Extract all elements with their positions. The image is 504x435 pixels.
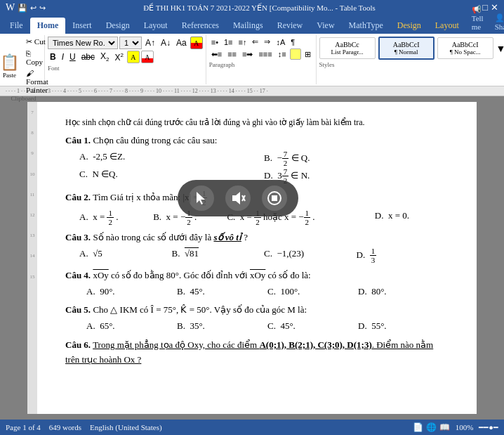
q3-options: A. √5 B. √81 C. −1,(23) D. 13: [79, 247, 449, 264]
q3-opt-b: B. √81: [172, 247, 265, 264]
q2-label: Câu 2.: [65, 192, 91, 202]
q4-opt-c: C. 100°.: [267, 285, 358, 299]
align-right-button[interactable]: ≡➡: [240, 49, 255, 60]
q6-text: Trong mặt phẳng tọa độ Oxy, cho các điểm…: [65, 339, 433, 365]
align-left-button[interactable]: ⬅≡: [209, 49, 224, 60]
word-count: 649 words: [49, 423, 81, 431]
font-name-select[interactable]: Times New Ro...: [48, 37, 118, 49]
question-6: Câu 6. Trong mặt phẳng tọa độ Oxy, cho c…: [65, 338, 449, 368]
document-page: 789101112131415 Học sinh chọn chữ cái đú…: [27, 102, 477, 414]
bold-button[interactable]: B: [48, 51, 58, 63]
tab-mathtype[interactable]: MathType: [342, 18, 390, 34]
save-icon[interactable]: 💾: [18, 4, 27, 13]
paste-button[interactable]: 📋 Paste: [0, 52, 22, 80]
tab-mailings[interactable]: Mailings: [226, 18, 270, 34]
share-btn[interactable]: 👤 Share: [489, 11, 504, 34]
q4-text: xOy có số đo bằng 80°. Góc đối đỉnh với …: [93, 270, 310, 280]
web-layout-btn[interactable]: 🌐: [426, 422, 437, 433]
q5-opt-a: A. 65°.: [86, 319, 177, 334]
change-case-button[interactable]: Aa: [174, 37, 189, 48]
tab-references[interactable]: References: [175, 18, 226, 34]
title-bar: W 💾 ↩ ↪ ĐỀ THI HK1 TOÁN 7 2021-2022 YẾN …: [0, 0, 504, 15]
paragraph-group: ≡• 1≡ ≡↑ ⇐ ⇒ ↕A ¶ ⬅≡ ≡≡ ≡➡ ≡≡≡ ↕≡ ⊞ Para…: [206, 35, 317, 84]
q4-options: A. 90°. B. 45°. C. 100°. D. 80°.: [86, 285, 449, 299]
mute-popup-icon[interactable]: [225, 186, 251, 211]
more-styles-button[interactable]: ▼: [496, 43, 504, 54]
font-size-select[interactable]: 13: [119, 37, 142, 49]
tab-view[interactable]: View: [310, 18, 341, 34]
tab-layout[interactable]: Layout: [137, 18, 175, 34]
zoom-slider[interactable]: ━━●━: [479, 423, 498, 432]
grow-font-button[interactable]: A↑: [143, 37, 157, 48]
doc-intro: Học sinh chọn chữ cái đúng trước câu trả…: [65, 116, 449, 129]
subscript-button[interactable]: X2: [98, 51, 111, 63]
tab-review[interactable]: Review: [270, 18, 310, 34]
print-layout-btn[interactable]: 📄: [413, 422, 423, 433]
tab-file[interactable]: File: [3, 18, 30, 34]
bullets-button[interactable]: ≡•: [209, 37, 220, 47]
q4-opt-d: D. 80°.: [358, 285, 449, 299]
sort-button[interactable]: ↕A: [274, 37, 287, 47]
font-color-btn[interactable]: A: [190, 37, 203, 49]
q4-opt-b: B. 45°.: [177, 285, 267, 299]
q5-opt-d: D. 55°.: [358, 319, 449, 334]
italic-button[interactable]: I: [60, 51, 66, 63]
cursor-popup-icon[interactable]: [189, 186, 214, 211]
q3-opt-d: D. 13: [357, 247, 449, 264]
stop-popup-icon[interactable]: [262, 186, 287, 211]
read-mode-btn[interactable]: 📖: [439, 422, 450, 433]
view-buttons[interactable]: 📄 🌐 📖: [413, 422, 450, 433]
tab-table-layout[interactable]: Layout: [428, 18, 466, 34]
underline-button[interactable]: U: [67, 51, 78, 63]
text-highlight-btn[interactable]: A: [127, 51, 140, 63]
shrink-font-button[interactable]: A↓: [159, 37, 173, 48]
paragraph-label: Paragraph: [209, 61, 313, 68]
line-spacing-button[interactable]: ↕≡: [276, 49, 289, 59]
q1-label: Câu 1.: [65, 135, 91, 145]
font-label: Font: [48, 65, 203, 72]
q6-label: Câu 6.: [65, 339, 91, 350]
tab-home[interactable]: Home: [30, 18, 66, 34]
shading-button[interactable]: [290, 48, 301, 60]
superscript-button[interactable]: X2: [113, 51, 126, 63]
q4-label: Câu 4.: [65, 270, 91, 280]
styles-label: Styles: [319, 61, 504, 68]
justify-button[interactable]: ≡≡≡: [256, 49, 274, 59]
q3-opt-a: A. √5: [79, 247, 172, 264]
q1-opt-d: D. 372 ∈ N.: [264, 167, 449, 185]
undo-icon[interactable]: ↩: [30, 4, 37, 13]
quick-access-toolbar[interactable]: 💾 ↩ ↪: [18, 4, 46, 13]
q2-opt-a: A. x = 12 .: [79, 209, 153, 226]
style-no-spacing[interactable]: AaBbCcI ¶ No Spac...: [437, 37, 493, 59]
ruler: · · · · 1 · · · · 2 · · · · 3 · · · · 4 …: [0, 86, 504, 96]
numbering-button[interactable]: 1≡: [222, 37, 235, 47]
q1-opt-b: B. −72 ∈ Q.: [264, 150, 449, 167]
q4-opt-a: A. 90°.: [86, 285, 177, 299]
style-list-paragraph[interactable]: AaBbCc List Paragr...: [319, 37, 376, 59]
doc-content: Học sinh chọn chữ cái đúng trước câu trả…: [65, 116, 449, 368]
decrease-indent-button[interactable]: ⇐: [250, 37, 260, 47]
align-center-button[interactable]: ≡≡: [225, 49, 239, 59]
multilevel-button[interactable]: ≡↑: [237, 37, 249, 47]
status-right: 📄 🌐 📖 100% ━━●━: [413, 422, 498, 433]
redo-icon[interactable]: ↪: [39, 4, 46, 13]
strikethrough-button[interactable]: abc: [79, 51, 97, 63]
q5-opt-b: B. 35°.: [177, 319, 267, 334]
question-4: Câu 4. xOy có số đo bằng 80°. Góc đối đỉ…: [65, 268, 449, 283]
media-popup[interactable]: [178, 180, 298, 216]
question-5: Câu 5. Cho △ IKM có Î = 75°, K̂ = 50°. V…: [65, 303, 449, 318]
font-group: Times New Ro... 13 A↑ A↓ Aa A B I U abc …: [45, 35, 206, 84]
vertical-ruler: 789101112131415: [27, 102, 37, 414]
tab-design[interactable]: Design: [99, 18, 137, 34]
tell-me-btn[interactable]: 📢 Tell me: [466, 2, 489, 34]
borders-button[interactable]: ⊞: [303, 49, 313, 60]
increase-indent-button[interactable]: ⇒: [262, 37, 272, 47]
style-normal[interactable]: AaBbCcI ¶ Normal: [378, 37, 435, 60]
tab-table-design[interactable]: Design: [390, 18, 428, 34]
svg-rect-0: [232, 195, 236, 201]
question-3: Câu 3. Số nào trong các số dưới đây là s…: [65, 231, 449, 245]
tab-insert[interactable]: Insert: [65, 18, 98, 34]
q3-opt-c: C. −1,(23): [264, 247, 357, 264]
font-color-dropdown[interactable]: A: [141, 51, 154, 63]
show-hide-button[interactable]: ¶: [289, 37, 297, 47]
